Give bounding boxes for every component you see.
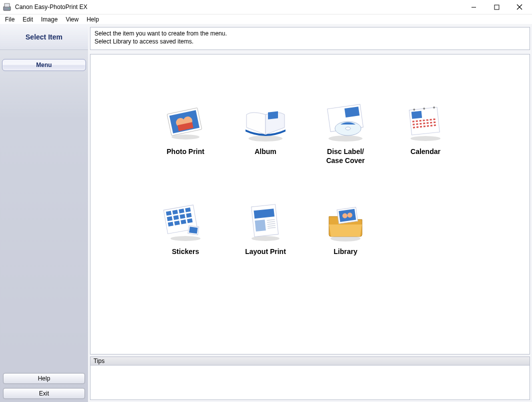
svg-rect-38 bbox=[416, 126, 418, 128]
menu-help[interactable]: Help bbox=[82, 15, 103, 24]
layout-print-icon bbox=[238, 200, 293, 244]
svg-rect-60 bbox=[187, 218, 192, 224]
svg-rect-36 bbox=[434, 122, 436, 123]
svg-rect-35 bbox=[430, 122, 432, 124]
svg-rect-34 bbox=[426, 122, 428, 124]
svg-rect-25 bbox=[420, 120, 422, 122]
item-disc-label[interactable]: Disc Label/ Case Cover bbox=[306, 100, 386, 200]
tips-header: Tips bbox=[90, 356, 530, 365]
svg-rect-55 bbox=[180, 214, 185, 219]
svg-rect-54 bbox=[174, 215, 179, 220]
photo-print-icon bbox=[158, 100, 213, 144]
svg-rect-32 bbox=[420, 123, 422, 124]
item-label: Calendar bbox=[410, 148, 440, 156]
titlebar: Canon Easy-PhotoPrint EX bbox=[0, 0, 532, 14]
disc-label-icon bbox=[318, 100, 373, 144]
svg-rect-58 bbox=[174, 220, 180, 226]
svg-rect-23 bbox=[412, 120, 414, 122]
menu-edit[interactable]: Edit bbox=[18, 15, 37, 24]
svg-point-2 bbox=[8, 8, 10, 9]
svg-point-19 bbox=[346, 127, 350, 130]
menubar: File Edit Image View Help bbox=[0, 14, 532, 24]
svg-rect-24 bbox=[416, 120, 418, 122]
svg-rect-26 bbox=[423, 120, 425, 121]
svg-rect-50 bbox=[172, 210, 178, 214]
svg-rect-43 bbox=[434, 124, 436, 126]
sidebar-menu-button[interactable]: Menu bbox=[2, 59, 86, 71]
svg-rect-30 bbox=[412, 124, 414, 125]
svg-rect-14 bbox=[268, 112, 278, 120]
menu-image[interactable]: Image bbox=[37, 15, 62, 24]
svg-rect-27 bbox=[426, 119, 428, 120]
svg-rect-39 bbox=[420, 126, 422, 128]
svg-rect-51 bbox=[178, 208, 184, 214]
svg-rect-62 bbox=[189, 226, 198, 234]
svg-rect-1 bbox=[4, 4, 10, 7]
sidebar: Select Item Menu Help Exit bbox=[0, 24, 88, 402]
svg-rect-42 bbox=[430, 125, 432, 126]
menu-file[interactable]: File bbox=[1, 15, 18, 24]
svg-rect-28 bbox=[430, 119, 432, 120]
content-area: Select the item you want to create from … bbox=[88, 24, 532, 402]
instructions-panel: Select the item you want to create from … bbox=[90, 27, 530, 50]
window-title: Canon Easy-PhotoPrint EX bbox=[15, 4, 462, 10]
svg-rect-29 bbox=[433, 118, 435, 120]
item-calendar[interactable]: Calendar bbox=[386, 100, 466, 200]
menu-view[interactable]: View bbox=[62, 15, 82, 24]
item-label: Library bbox=[334, 248, 357, 256]
instructions-line1: Select the item you want to create from … bbox=[94, 30, 526, 38]
window-minimize-button[interactable] bbox=[462, 0, 485, 14]
app-icon bbox=[3, 2, 12, 12]
item-stickers[interactable]: Stickers bbox=[146, 200, 226, 300]
svg-point-47 bbox=[170, 236, 200, 241]
svg-rect-4 bbox=[494, 5, 499, 10]
svg-rect-41 bbox=[427, 125, 429, 126]
stickers-icon bbox=[158, 200, 213, 244]
svg-rect-49 bbox=[166, 211, 172, 216]
svg-rect-37 bbox=[413, 126, 415, 128]
item-label: Photo Print bbox=[166, 148, 204, 156]
library-icon bbox=[318, 200, 373, 244]
item-grid: Photo Print Album bbox=[146, 100, 524, 300]
item-layout-print[interactable]: Layout Print bbox=[226, 200, 306, 300]
svg-point-15 bbox=[328, 136, 362, 142]
svg-rect-33 bbox=[423, 122, 425, 124]
svg-point-12 bbox=[172, 134, 200, 140]
svg-point-13 bbox=[248, 136, 282, 142]
calendar-icon bbox=[398, 100, 453, 144]
svg-point-20 bbox=[410, 136, 440, 141]
svg-rect-57 bbox=[168, 222, 174, 226]
exit-button[interactable]: Exit bbox=[3, 388, 85, 399]
item-grid-panel: Photo Print Album bbox=[90, 54, 530, 354]
window-maximize-button[interactable] bbox=[485, 0, 508, 14]
svg-rect-40 bbox=[424, 126, 426, 127]
item-label: Layout Print bbox=[245, 248, 286, 256]
svg-rect-31 bbox=[416, 124, 418, 125]
tips-panel bbox=[90, 365, 530, 400]
instructions-line2: Select Library to access saved items. bbox=[94, 38, 526, 46]
svg-rect-22 bbox=[412, 111, 422, 119]
item-label: Album bbox=[254, 148, 276, 156]
main-region: Select Item Menu Help Exit Select the it… bbox=[0, 24, 532, 402]
svg-rect-59 bbox=[180, 220, 186, 224]
item-library[interactable]: Library bbox=[306, 200, 386, 300]
item-photo-print[interactable]: Photo Print bbox=[146, 100, 226, 200]
item-label: Stickers bbox=[172, 248, 199, 256]
svg-rect-53 bbox=[167, 216, 172, 222]
album-icon bbox=[238, 100, 293, 144]
svg-rect-52 bbox=[185, 208, 190, 212]
item-album[interactable]: Album bbox=[226, 100, 306, 200]
help-button[interactable]: Help bbox=[3, 373, 85, 384]
item-label: Disc Label/ Case Cover bbox=[326, 148, 364, 165]
svg-rect-66 bbox=[255, 220, 266, 232]
sidebar-title: Select Item bbox=[0, 24, 88, 50]
svg-rect-56 bbox=[186, 213, 192, 218]
window-close-button[interactable] bbox=[508, 0, 531, 14]
